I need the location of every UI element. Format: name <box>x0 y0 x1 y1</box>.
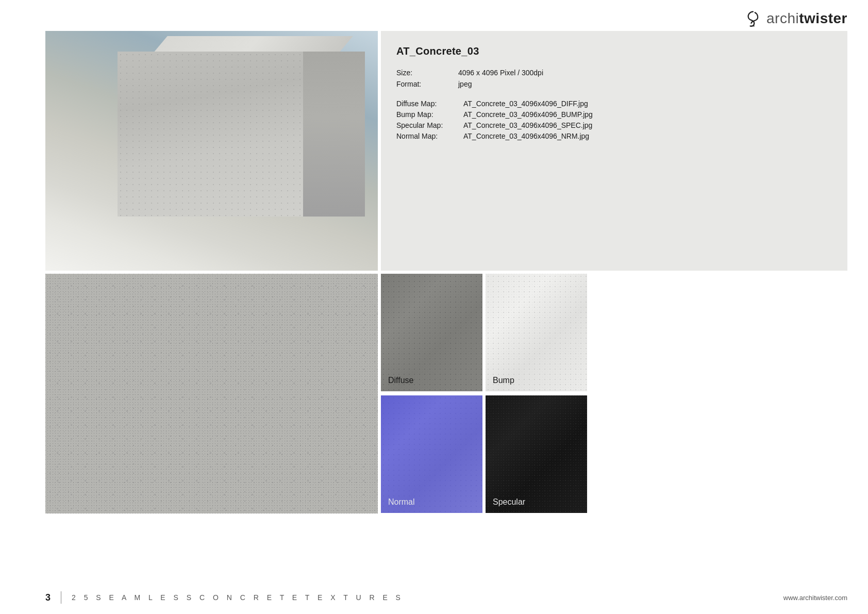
tile-bump: Bump <box>486 274 587 391</box>
logo-text: architwister <box>766 10 847 27</box>
logo-text-archi: archi <box>766 10 799 26</box>
render-image <box>45 31 378 271</box>
bump-map-row: Bump Map: AT_Concrete_03_4096x4096_BUMP.… <box>396 110 832 119</box>
diffuse-label: Diffuse <box>388 376 414 385</box>
seamless-texture <box>45 274 378 513</box>
tile-specular: Specular <box>486 395 587 513</box>
bottom-section: Diffuse Bump Normal Specular <box>45 274 847 513</box>
diffuse-map-label: Diffuse Map: <box>396 99 463 108</box>
specular-map-value: AT_Concrete_03_4096x4096_SPEC.jpg <box>463 121 592 129</box>
logo-text-twister: twister <box>799 10 847 26</box>
size-label: Size: <box>396 69 458 77</box>
logo-icon <box>744 9 762 28</box>
normal-map-value: AT_Concrete_03_4096x4096_NRM.jpg <box>463 132 589 140</box>
footer-subtitle: 2 5 S e a m l e s s C o n c r e t e T e … <box>72 593 404 602</box>
bump-map-value: AT_Concrete_03_4096x4096_BUMP.jpg <box>463 110 593 119</box>
diffuse-map-value: AT_Concrete_03_4096x4096_DIFF.jpg <box>463 99 588 108</box>
info-table: Size: 4096 x 4096 Pixel / 300dpi Format:… <box>396 69 832 88</box>
specular-map-label: Specular Map: <box>396 121 463 129</box>
info-panel: AT_Concrete_03 Size: 4096 x 4096 Pixel /… <box>381 31 847 271</box>
maps-table: Diffuse Map: AT_Concrete_03_4096x4096_DI… <box>396 99 832 140</box>
format-label: Format: <box>396 80 458 88</box>
cube-front <box>118 52 303 217</box>
footer: 3 2 5 S e a m l e s s C o n c r e t e T … <box>0 591 868 604</box>
format-row: Format: jpeg <box>396 80 832 88</box>
footer-divider <box>61 591 61 604</box>
page-number: 3 <box>45 592 51 603</box>
bump-label: Bump <box>493 376 514 385</box>
specular-map-row: Specular Map: AT_Concrete_03_4096x4096_S… <box>396 121 832 129</box>
tile-diffuse: Diffuse <box>381 274 482 391</box>
header: architwister <box>744 9 847 28</box>
normal-label: Normal <box>388 497 415 507</box>
top-section: AT_Concrete_03 Size: 4096 x 4096 Pixel /… <box>45 31 847 271</box>
size-row: Size: 4096 x 4096 Pixel / 300dpi <box>396 69 832 77</box>
normal-map-row: Normal Map: AT_Concrete_03_4096x4096_NRM… <box>396 132 832 140</box>
size-value: 4096 x 4096 Pixel / 300dpi <box>458 69 543 77</box>
bump-map-label: Bump Map: <box>396 110 463 119</box>
specular-label: Specular <box>493 497 525 507</box>
normal-map-label: Normal Map: <box>396 132 463 140</box>
main-content: AT_Concrete_03 Size: 4096 x 4096 Pixel /… <box>45 31 847 573</box>
diffuse-map-row: Diffuse Map: AT_Concrete_03_4096x4096_DI… <box>396 99 832 108</box>
footer-url: www.architwister.com <box>783 594 847 602</box>
texture-grid: Diffuse Bump Normal Specular <box>381 274 587 513</box>
tile-normal: Normal <box>381 395 482 513</box>
product-title: AT_Concrete_03 <box>396 45 832 57</box>
cube-side <box>303 52 365 217</box>
format-value: jpeg <box>458 80 472 88</box>
